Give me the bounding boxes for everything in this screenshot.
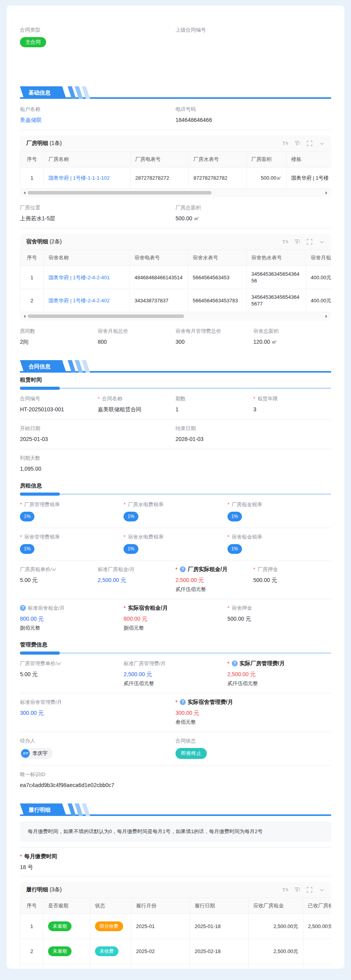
cell-receivable: 2,500.00元	[249, 939, 303, 964]
required-star	[227, 534, 230, 540]
cell-seq: 2	[20, 939, 43, 964]
field-factory-rent-std: 标准厂房租金/月 2,500.00 元	[98, 566, 176, 593]
perform-table-count: (3条)	[50, 886, 62, 893]
cell-receivable: 2,500.00元	[249, 964, 303, 969]
field-factory-rent-unit: 厂房房租单价/㎡ 5.00 元	[20, 566, 98, 593]
col-seq: 序号	[20, 898, 43, 914]
row-dates: 开始日期 2025-01-03 结束日期 2028-01-03	[20, 419, 331, 449]
cell-wmeter: 5664564563453	[188, 266, 247, 289]
scroll-right-icon[interactable]	[326, 191, 329, 195]
cell-month: 2025-03	[131, 964, 190, 969]
col-factory-emeter: 厂房电表号	[131, 152, 189, 168]
row-dorm-rent: ?标准宿舍租金/月 800.00 元 捌佰元整 实际宿舍租金/月 800.00 …	[20, 599, 331, 637]
tenant-name-link[interactable]: 美嘉储联	[20, 116, 176, 123]
scroll-right-icon[interactable]	[326, 315, 329, 318]
subsection-title: 房租信息	[20, 482, 331, 489]
dorm-mgmt-total-value: 300	[176, 338, 253, 345]
factory-utility-tax-pill: 1%	[124, 512, 138, 521]
factory-table-hscrollbar[interactable]	[22, 189, 329, 196]
collapse-chevron-icon[interactable]	[319, 887, 325, 893]
cell-received	[303, 939, 331, 964]
scroll-left-icon[interactable]	[22, 315, 25, 318]
dorm-table-title: 宿舍明细 (2条)	[26, 238, 62, 245]
factory-mgmt-unit-label: 厂房管理费单价/㎡	[20, 660, 124, 667]
dorm-table-hscrollbar[interactable]	[22, 313, 329, 320]
factory-table-scroll-area[interactable]: 序号 厂房名称 厂房电表号 厂房水表号 厂房面积 楼栋 1 国奥华府 | 1号楼…	[20, 151, 331, 189]
fullscreen-icon[interactable]	[306, 887, 313, 893]
dorm-name-link[interactable]: 国奥华府 | 1号楼-2-4-2-402	[48, 298, 110, 303]
factory-location-label: 厂房位置	[20, 204, 176, 211]
scrollbar-thumb[interactable]	[28, 191, 211, 195]
col-overdue: 是否逾期	[43, 898, 90, 914]
contract-type-label: 合同类型	[20, 27, 176, 33]
pay-day-label: 每月缴费时间	[20, 853, 331, 860]
required-star	[20, 534, 22, 540]
row-height-icon[interactable]: T⇅	[282, 140, 288, 146]
factory-deposit-label: 厂房押金	[253, 566, 331, 573]
col-factory-wmeter: 厂房水表号	[189, 152, 247, 168]
pay-day-value: 18 号	[20, 864, 331, 871]
avatar: 庆宇	[21, 749, 30, 758]
dorm-rent-total-label: 宿舍月租总价	[98, 328, 176, 334]
field-dorm-rent-tax: 宿舍租金税率 1%	[227, 534, 331, 554]
agent-label: 经办人	[20, 737, 176, 744]
perform-table-scroll-area[interactable]: 序号 是否逾期 状态 履行月份 履行日期 应收厂房租金 已收厂房租金 1 未逾期…	[20, 898, 331, 969]
perform-table-title: 履行明细 (3条)	[26, 886, 62, 893]
start-date-label: 开始日期	[20, 425, 176, 432]
field-dorm-mgmt-total: 宿舍每月管理费总价 300	[176, 328, 253, 345]
collapse-chevron-icon[interactable]	[319, 239, 325, 245]
status-badge: 未收费	[95, 946, 118, 956]
dorm-table-row: 2 国奥华府 | 1号楼-2-4-2-402 343438737837 5664…	[20, 289, 331, 312]
field-dorm-mgmt-actual: ?实际宿舍管理费/月 300.00 元 叁佰元整	[176, 699, 331, 725]
agent-tag[interactable]: 庆宇 李庆宇	[20, 748, 53, 759]
fullscreen-icon[interactable]	[306, 140, 313, 146]
dorm-mgmt-std-value: 300.00 元	[20, 709, 176, 716]
dorm-table-scroll-area[interactable]: 序号 宿舍名称 宿舍电表号 宿舍水表号 宿舍热水表号 宿舍月租金 1 国奥华府 …	[20, 250, 331, 312]
field-start-date: 开始日期 2025-01-03	[20, 425, 176, 443]
dorm-name-link[interactable]: 国奥华府 | 1号楼-2-4-2-401	[48, 275, 110, 280]
filter-icon[interactable]	[294, 887, 301, 893]
scroll-left-icon[interactable]	[22, 191, 25, 195]
subsection-progress-line	[20, 387, 331, 390]
parent-contract-no-label: 上级合同编号	[176, 27, 331, 33]
row-dorm-mgmt-fee: 标准宿舍管理费/月 300.00 元 ?实际宿舍管理费/月 300.00 元 叁…	[20, 693, 331, 732]
contract-no-value: HT-20250103-001	[20, 406, 98, 413]
ribbon-underline	[20, 371, 331, 373]
factory-table-header-bar: 厂房明细 (1条) T⇅	[20, 136, 331, 151]
row-height-icon[interactable]: T⇅	[282, 887, 288, 893]
rooms-value: 2间	[20, 338, 98, 345]
factory-name-link[interactable]: 国奥华府 | 1号楼-1-1-1-102	[48, 175, 110, 181]
filter-icon[interactable]	[294, 239, 301, 245]
required-star	[98, 395, 100, 402]
field-uid: 唯一标识ID ea7c4add9b3c4f98aeca6d1e02cbb0c7	[20, 771, 331, 789]
perform-table-header-row: 序号 是否逾期 状态 履行月份 履行日期 应收厂房租金 已收厂房租金	[20, 898, 331, 914]
section-title-contract: 合同信息	[20, 360, 62, 373]
section-title-basic: 基础信息	[20, 86, 62, 99]
field-factory-location: 厂房位置 上善若水1-5层	[20, 204, 176, 222]
table-toolbar: T⇅	[282, 887, 325, 893]
row-factory-mgmt-fee: 厂房管理费单价/㎡ 5.00 元 标准厂房管理费/月 2,500.00 元 贰仟…	[20, 655, 331, 693]
collapse-chevron-icon[interactable]	[319, 140, 325, 146]
field-parent-contract-no: 上级合同编号	[176, 27, 331, 47]
required-star	[124, 501, 126, 508]
periods-value: 1	[176, 406, 253, 413]
perform-table-block: 履行明细 (3条) T⇅ 序号 是否逾期 状态 履行月份 履行日期 应收厂房租金	[20, 882, 331, 969]
field-dorm-mgmt-std: 标准宿舍管理费/月 300.00 元	[20, 699, 176, 725]
cell-date: 2025-03-18	[190, 964, 249, 969]
row-height-icon[interactable]: T⇅	[282, 239, 288, 245]
fullscreen-icon[interactable]	[306, 239, 313, 245]
subsection-title: 租赁时间	[20, 377, 331, 384]
subsection-mgmt-fee-info: 管理费信息	[20, 641, 331, 655]
scrollbar-thumb[interactable]	[28, 314, 184, 318]
question-icon: ?	[180, 566, 186, 572]
dorm-deposit-value: 500.00 元	[227, 615, 331, 622]
factory-location-value: 上善若水1-5层	[20, 215, 176, 222]
filter-icon[interactable]	[294, 140, 301, 146]
cell-seq: 1	[20, 168, 44, 189]
lease-years-label: 租赁年限	[253, 395, 331, 402]
factory-rent-tax-pill: 1%	[227, 512, 242, 521]
col-status: 状态	[90, 898, 131, 914]
section-ribbon-perform: 履行明细	[20, 803, 331, 816]
dorm-table-header-row: 序号 宿舍名称 宿舍电表号 宿舍水表号 宿舍热水表号 宿舍月租金	[20, 250, 331, 266]
dorm-mgmt-total-label: 宿舍每月管理费总价	[176, 328, 253, 334]
